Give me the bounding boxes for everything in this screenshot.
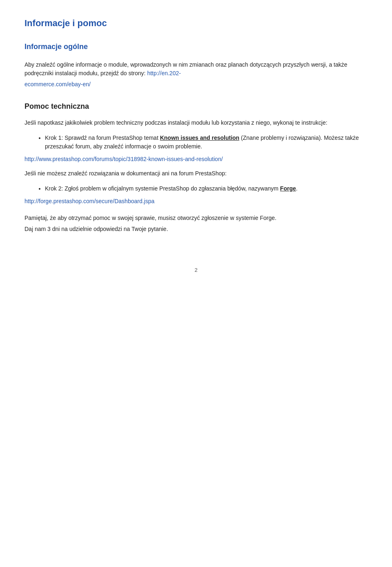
step2-intro: Jeśli nie możesz znaleźć rozwiązania w d… — [24, 169, 368, 178]
steps-list: Krok 1: Sprawdź na forum PrestaShop tema… — [45, 134, 368, 151]
forge-url-link[interactable]: http://forge.prestashop.com/secure/Dashb… — [24, 197, 368, 206]
url-part2: ecommerce.com/ebay-en/ — [24, 80, 368, 89]
step1-prefix: Krok 1: Sprawdź na forum PrestaShop tema… — [45, 134, 158, 141]
pomoc-title: Pomoc techniczna — [24, 101, 368, 112]
step2-list: Krok 2: Zgłoś problem w oficjalnym syste… — [45, 184, 368, 193]
url-part1: http://en.202- — [147, 70, 181, 76]
section-general-title: Informacje ogólne — [24, 41, 368, 52]
forum-url-link[interactable]: http://www.prestashop.com/forums/topic/3… — [24, 155, 368, 164]
step2-period: . — [296, 185, 298, 192]
step2-prefix: Krok 2: Zgłoś problem w oficjalnym syste… — [45, 185, 278, 192]
section-technical-support: Pomoc techniczna Jeśli napotkasz jakikol… — [24, 101, 368, 233]
intro-paragraph: Aby znaleźć ogólne informacje o module, … — [24, 61, 368, 78]
ecommerce-url-link[interactable]: ecommerce.com/ebay-en/ — [24, 81, 91, 87]
footer-note-2: Daj nam 3 dni na udzielnie odpowiedzi na… — [24, 225, 368, 233]
main-title: Informacje i pomoc — [24, 16, 368, 30]
forge-link[interactable]: Forge — [280, 185, 296, 192]
step1-item: Krok 1: Sprawdź na forum PrestaShop tema… — [45, 134, 368, 151]
support-intro: Jeśli napotkasz jakikolwiek problem tech… — [24, 119, 368, 127]
page-number: 2 — [24, 266, 368, 274]
footer-note-1: Pamiętaj, że aby otrzymać pomoc w swojej… — [24, 214, 368, 222]
section-general-info: Informacje ogólne Aby znaleźć ogólne inf… — [24, 41, 368, 89]
known-issues-link[interactable]: Known issues and resolution — [160, 134, 239, 141]
step2-item: Krok 2: Zgłoś problem w oficjalnym syste… — [45, 184, 368, 193]
